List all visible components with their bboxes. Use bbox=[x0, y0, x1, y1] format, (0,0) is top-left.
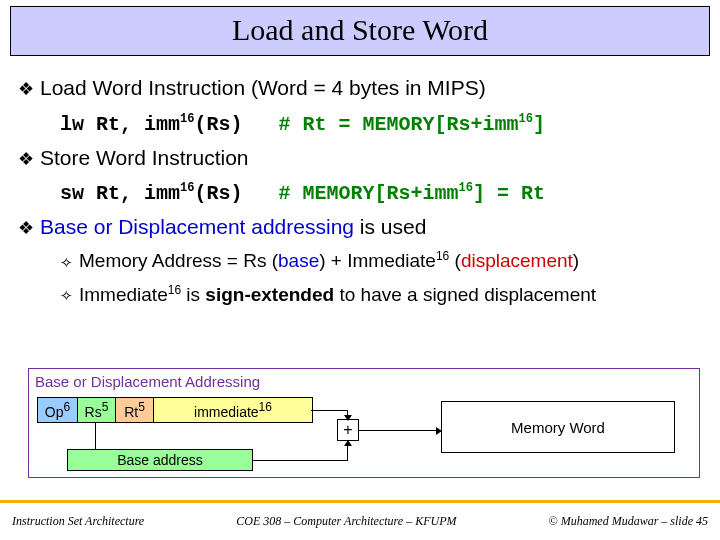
instruction-fields: Op6 Rs5 Rt5 immediate16 bbox=[37, 397, 313, 423]
connector bbox=[253, 460, 347, 461]
memory-word-box: Memory Word bbox=[441, 401, 675, 453]
sub-bullet-signext: ✧ Immediate16 is sign-extended to have a… bbox=[60, 283, 702, 306]
connector-arrow bbox=[347, 441, 348, 461]
diagram-title: Base or Displacement Addressing bbox=[35, 373, 260, 390]
bullet-store-word: ❖ Store Word Instruction bbox=[18, 146, 702, 170]
bullet-icon: ❖ bbox=[18, 80, 34, 98]
bullet-icon: ❖ bbox=[18, 150, 34, 168]
field-rs: Rs5 bbox=[78, 398, 116, 422]
connector-arrow bbox=[359, 430, 441, 431]
field-rt: Rt5 bbox=[116, 398, 154, 422]
slide-title: Load and Store Word bbox=[10, 6, 710, 56]
bullet-text: Store Word Instruction bbox=[40, 146, 249, 170]
sub-bullet-icon: ✧ bbox=[60, 254, 73, 272]
code-lw: lw Rt, imm16(Rs) # Rt = MEMORY[Rs+imm16] bbox=[60, 112, 702, 136]
base-address-box: Base address bbox=[67, 449, 253, 471]
bullet-addressing: ❖ Base or Displacement addressing is use… bbox=[18, 215, 702, 239]
sub-bullet-text: Immediate16 is sign-extended to have a s… bbox=[79, 283, 596, 306]
field-op: Op6 bbox=[38, 398, 78, 422]
bullet-text: Base or Displacement addressing is used bbox=[40, 215, 426, 239]
connector bbox=[95, 423, 96, 449]
sub-bullet-memaddr: ✧ Memory Address = Rs (base) + Immediate… bbox=[60, 249, 702, 272]
code-sw: sw Rt, imm16(Rs) # MEMORY[Rs+imm16] = Rt bbox=[60, 182, 702, 206]
footer-right: © Muhamed Mudawar – slide 45 bbox=[549, 514, 708, 529]
content-area: ❖ Load Word Instruction (Word = 4 bytes … bbox=[0, 56, 720, 306]
footer: Instruction Set Architecture COE 308 – C… bbox=[0, 500, 720, 540]
adder: + bbox=[337, 419, 359, 441]
sub-bullet-text: Memory Address = Rs (base) + Immediate16… bbox=[79, 249, 579, 272]
footer-left: Instruction Set Architecture bbox=[12, 514, 144, 529]
connector bbox=[311, 410, 347, 411]
field-immediate: immediate16 bbox=[154, 398, 312, 422]
sub-bullet-icon: ✧ bbox=[60, 287, 73, 305]
bullet-load-word: ❖ Load Word Instruction (Word = 4 bytes … bbox=[18, 76, 702, 100]
addressing-diagram: Base or Displacement Addressing Op6 Rs5 … bbox=[28, 368, 700, 478]
footer-center: COE 308 – Computer Architecture – KFUPM bbox=[236, 514, 456, 529]
bullet-text: Load Word Instruction (Word = 4 bytes in… bbox=[40, 76, 486, 100]
bullet-icon: ❖ bbox=[18, 219, 34, 237]
